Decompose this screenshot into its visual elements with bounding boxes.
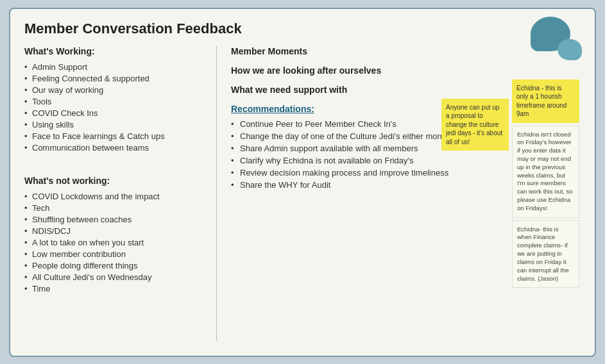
- list-item: Shuffling between coaches: [24, 214, 206, 226]
- sticky-note-3: Echidna isn't closed on Friday's however…: [512, 126, 579, 218]
- page-title: Member Conversation Feedback: [24, 21, 581, 37]
- sticky-note-2: Echidna - this is only a 1 hourish timef…: [512, 79, 579, 123]
- list-item: Face to Face learnings & Catch ups: [24, 131, 206, 142]
- sticky-note-1: Anyone can put up a proposal to change t…: [441, 99, 509, 151]
- left-column: What's Working: Admin Support Feeling Co…: [24, 46, 217, 341]
- member-moments-title: Member Moments: [231, 46, 430, 56]
- working-title: What's Working:: [24, 46, 206, 56]
- not-working-list: COVID Lockdowns and the impact Tech Shuf…: [24, 191, 206, 295]
- list-item: COVID Check Ins: [24, 108, 206, 119]
- how-title: How we are looking after ourselves: [231, 65, 430, 76]
- sticky-note-4: Echidna- this is when Finance complete c…: [512, 220, 579, 288]
- list-item: A lot to take on when you start: [24, 237, 206, 249]
- not-working-title: What's not working:: [24, 176, 206, 186]
- support-title: What we need support with: [231, 85, 430, 95]
- list-item: People doing different things: [24, 260, 206, 272]
- list-item: Low member contribution: [24, 249, 206, 260]
- list-item: Feeling Connected & supported: [24, 73, 206, 85]
- list-item: Communication between teams: [24, 142, 206, 154]
- list-item: Admin Support: [24, 62, 206, 73]
- right-column: Member Moments How we are looking after …: [217, 46, 581, 341]
- list-item: COVID Lockdowns and the impact: [24, 191, 206, 203]
- list-item: Tech: [24, 203, 206, 214]
- working-list: Admin Support Feeling Connected & suppor…: [24, 62, 206, 154]
- list-item: All Culture Jedi's on Wednesday: [24, 272, 206, 283]
- sticky-notes-col: Echidna - this is only a 1 hourish timef…: [512, 79, 579, 288]
- list-item: Tools: [24, 96, 206, 108]
- list-item: Time: [24, 283, 206, 295]
- list-item: NDIS/DCJ: [24, 226, 206, 237]
- list-item: Our way of working: [24, 85, 206, 96]
- main-card: Member Conversation Feedback What's Work…: [9, 8, 596, 357]
- sticky-notes-area: Anyone can put up a proposal to change t…: [441, 79, 579, 288]
- list-item: Using skills: [24, 119, 206, 131]
